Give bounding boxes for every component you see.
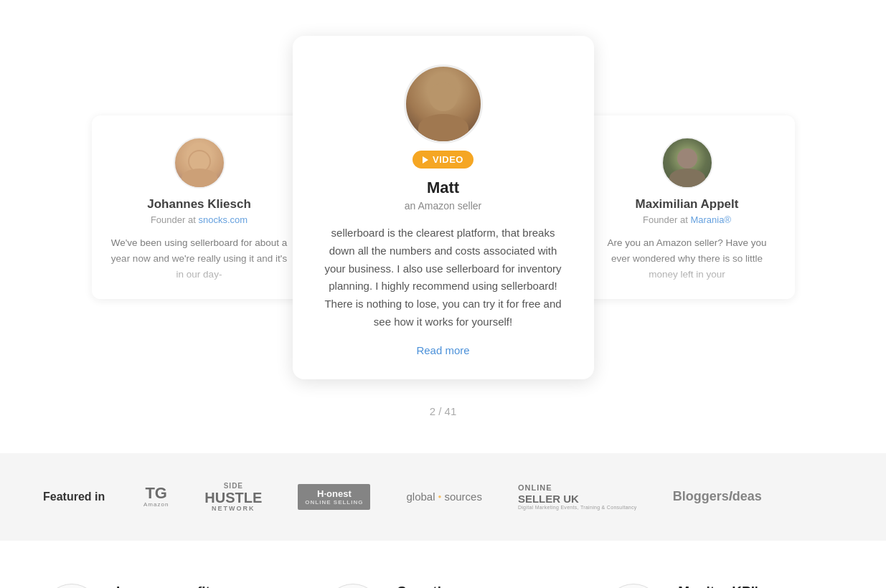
testimonials-section: Johannes Kliesch Founder at snocks.com W… (0, 0, 886, 453)
feature-icon-wrap-kpi (605, 584, 662, 588)
feature-title-time: Save time (397, 584, 562, 588)
title-link-left[interactable]: snocks.com (198, 214, 248, 225)
title-prefix-right: Founder at (643, 214, 688, 225)
logo-honest: H·onest ONLINE SELLING (298, 484, 370, 510)
title-link-right[interactable]: Marania® (690, 214, 731, 225)
avatar-left (174, 137, 225, 189)
logo-global-sources: global●sources (406, 490, 481, 503)
feature-text-profits: Increase profits By focusing on profitab… (116, 584, 281, 588)
logo-tg-sub: Amazon (143, 501, 169, 508)
feature-item-profits: Increase profits By focusing on profitab… (43, 584, 281, 588)
read-more-link[interactable]: Read more (416, 344, 469, 356)
feature-title-profits: Increase profits (116, 584, 281, 588)
review-text-center: sellerboard is the clearest platform, th… (319, 224, 568, 331)
reviewer-name-right: Maximilian Appelt (636, 197, 739, 212)
logo-bloggers-text: BloggersIdeas (673, 489, 762, 504)
review-text-right: Are you an Amazon seller? Have you ever … (597, 235, 778, 282)
logo-online-seller-uk: ONLINE SELLER UK Digital Marketing Event… (518, 483, 637, 511)
logo-global-text: global●sources (406, 490, 481, 503)
featured-logos: TG Amazon SIDE HUSTLE NETWORK H·onest ON… (143, 482, 762, 513)
feature-text-time: Save time sellerboard provides live data… (397, 584, 562, 588)
reviewer-title-right: Founder at Marania® (643, 214, 731, 225)
featured-inner: Featured in TG Amazon SIDE HUSTLE NETWOR… (43, 482, 843, 513)
video-badge[interactable]: VIDEO (413, 151, 473, 169)
avatar-center (404, 65, 483, 143)
feature-title-kpi: Monitor KPI's (678, 584, 843, 588)
reviewer-title-left: Founder at snocks.com (151, 214, 248, 225)
features-inner: Increase profits By focusing on profitab… (43, 584, 843, 588)
reviewer-name-center: Matt (427, 179, 459, 197)
video-label: VIDEO (433, 154, 463, 165)
testimonials-track: Johannes Kliesch Founder at snocks.com W… (0, 14, 886, 394)
reviewer-name-left: Johannes Kliesch (147, 197, 251, 212)
review-text-left: We've been using sellerboard for about a… (109, 235, 290, 282)
feature-item-time: Save time sellerboard provides live data… (324, 584, 562, 588)
feature-text-kpi: Monitor KPI's Exact view of your Key Per… (678, 584, 843, 588)
logo-side-hustle: SIDE HUSTLE NETWORK (204, 482, 262, 513)
featured-section: Featured in TG Amazon SIDE HUSTLE NETWOR… (0, 453, 886, 541)
testimonial-card-right: Maximilian Appelt Founder at Marania® Ar… (580, 115, 795, 299)
featured-label: Featured in (43, 490, 115, 503)
features-section: Increase profits By focusing on profitab… (0, 541, 886, 588)
logo-os-text: ONLINE SELLER UK Digital Marketing Event… (518, 483, 637, 511)
feature-icon-wrap-time (324, 584, 382, 588)
avatar-right (661, 137, 713, 189)
testimonials-pagination: 2 / 41 (0, 405, 886, 425)
testimonial-card-left: Johannes Kliesch Founder at snocks.com W… (92, 115, 307, 299)
logo-tg-text: TG (145, 485, 167, 501)
logo-honest-text: H·onest ONLINE SELLING (298, 484, 370, 510)
play-icon (423, 156, 428, 163)
logo-tg: TG Amazon (143, 485, 169, 508)
feature-icon-wrap-profits (43, 584, 100, 588)
title-prefix-left: Founder at (151, 214, 196, 225)
logo-bloggers-ideas: BloggersIdeas (673, 489, 762, 504)
testimonial-card-center: VIDEO Matt an Amazon seller sellerboard … (293, 36, 594, 379)
reviewer-title-center: an Amazon seller (405, 200, 481, 212)
feature-item-kpi: Monitor KPI's Exact view of your Key Per… (605, 584, 843, 588)
logo-side-hustle-text: SIDE HUSTLE NETWORK (204, 482, 262, 513)
